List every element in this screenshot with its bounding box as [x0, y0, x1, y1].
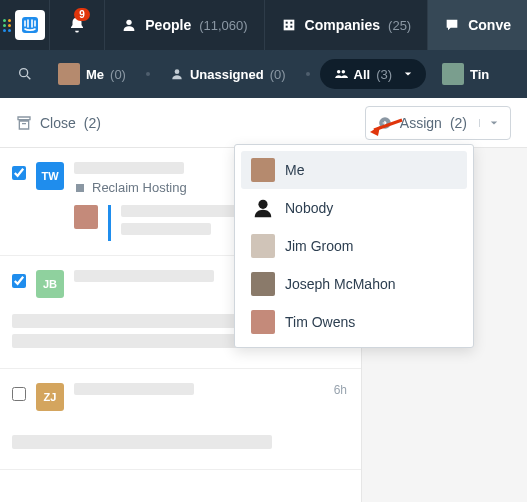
row-checkbox[interactable] [12, 166, 26, 180]
assign-arrow-icon [378, 116, 392, 130]
option-label: Nobody [285, 200, 333, 216]
nav-conversations[interactable]: Conve [428, 0, 527, 50]
nav-people[interactable]: People (11,060) [105, 0, 264, 50]
svg-rect-5 [285, 26, 287, 28]
person-icon [170, 67, 184, 81]
inbox-filter-bar: Me (0) Unassigned (0) All (3) Tin [0, 50, 527, 98]
top-nav: 9 People (11,060) Companies (25) Conve [0, 0, 527, 50]
option-label: Jim Groom [285, 238, 353, 254]
person-icon [121, 17, 137, 33]
avatar [251, 272, 275, 296]
chat-icon [444, 17, 460, 33]
filter-user-extra[interactable]: Tin [432, 63, 499, 85]
archive-icon [16, 115, 32, 131]
filter-unassigned[interactable]: Unassigned (0) [160, 67, 296, 82]
redacted-text [12, 435, 272, 449]
svg-rect-3 [285, 22, 287, 24]
assign-dropdown: Me Nobody Jim Groom Joseph McMahon Tim O… [234, 144, 474, 348]
filter-unassigned-count: (0) [270, 67, 286, 82]
avatar [251, 158, 275, 182]
notifications-button[interactable]: 9 [50, 0, 105, 50]
notifications-badge: 9 [74, 8, 90, 21]
avatar [58, 63, 80, 85]
option-label: Joseph McMahon [285, 276, 396, 292]
close-label: Close [40, 115, 76, 131]
filter-me[interactable]: Me (0) [48, 63, 136, 85]
svg-point-13 [258, 200, 267, 209]
svg-point-8 [175, 69, 180, 74]
building-icon [281, 17, 297, 33]
filter-me-label: Me [86, 67, 104, 82]
nav-companies-count: (25) [388, 18, 411, 33]
avatar [442, 63, 464, 85]
svg-point-10 [341, 70, 345, 74]
search-button[interactable] [8, 66, 42, 82]
close-button[interactable]: Close (2) [16, 115, 101, 131]
svg-rect-6 [290, 26, 292, 28]
nav-people-label: People [145, 17, 191, 33]
intercom-icon [21, 16, 39, 34]
assign-option-me[interactable]: Me [241, 151, 467, 189]
avatar [251, 310, 275, 334]
assign-option-user[interactable]: Jim Groom [241, 227, 467, 265]
filter-all-count: (3) [376, 67, 392, 82]
nav-people-count: (11,060) [199, 18, 247, 33]
filter-all[interactable]: All (3) [320, 59, 427, 89]
filter-me-count: (0) [110, 67, 126, 82]
svg-rect-12 [76, 184, 84, 192]
conversation-toolbar: Close (2) Assign (2) [0, 98, 527, 148]
app-switcher-dots[interactable] [0, 0, 11, 50]
chevron-down-icon [404, 70, 412, 78]
separator [306, 72, 310, 76]
timestamp: 6h [334, 383, 347, 397]
filter-extra-label: Tin [470, 67, 489, 82]
filter-unassigned-label: Unassigned [190, 67, 264, 82]
redacted-text [121, 223, 211, 235]
redacted-name [74, 162, 184, 174]
option-label: Tim Owens [285, 314, 355, 330]
nobody-icon [251, 196, 275, 220]
redacted-name [74, 270, 214, 282]
reply-indicator [108, 205, 111, 241]
separator [146, 72, 150, 76]
nav-conv-label: Conve [468, 17, 511, 33]
user-avatar: ZJ [36, 383, 64, 411]
assign-button[interactable]: Assign (2) [365, 106, 511, 140]
people-icon [334, 67, 348, 81]
avatar [251, 234, 275, 258]
chevron-down-icon [479, 119, 498, 127]
svg-point-1 [127, 20, 132, 25]
conversation-row[interactable]: 6h ZJ [0, 369, 361, 470]
svg-rect-2 [283, 20, 294, 31]
assign-option-user[interactable]: Tim Owens [241, 303, 467, 341]
svg-point-9 [336, 70, 340, 74]
assign-option-user[interactable]: Joseph McMahon [241, 265, 467, 303]
app-logo[interactable] [11, 0, 50, 50]
user-avatar: TW [36, 162, 64, 190]
redacted-name [74, 383, 194, 395]
user-avatar: JB [36, 270, 64, 298]
nav-companies[interactable]: Companies (25) [265, 0, 429, 50]
option-label: Me [285, 162, 304, 178]
filter-all-label: All [354, 67, 371, 82]
close-count: (2) [84, 115, 101, 131]
building-icon [74, 182, 86, 194]
reply-avatar [74, 205, 98, 229]
assign-option-nobody[interactable]: Nobody [241, 189, 467, 227]
assign-label: Assign [400, 115, 442, 131]
search-icon [17, 66, 33, 82]
assign-count: (2) [450, 115, 467, 131]
nav-companies-label: Companies [305, 17, 380, 33]
row-checkbox[interactable] [12, 387, 26, 401]
svg-point-7 [20, 69, 28, 77]
row-checkbox[interactable] [12, 274, 26, 288]
svg-rect-4 [290, 22, 292, 24]
